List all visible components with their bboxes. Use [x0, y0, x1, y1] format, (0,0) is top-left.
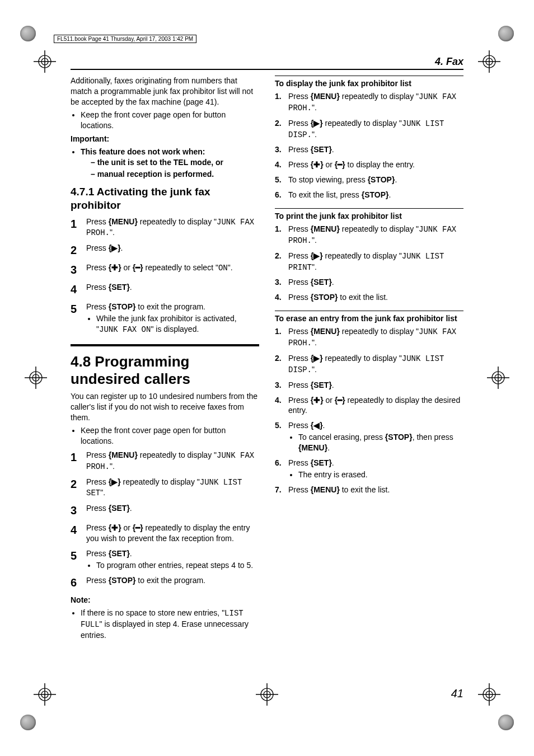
plus-button: ✚ — [311, 160, 324, 169]
heading-471: 4.7.1 Activating the junk fax prohibitor — [71, 185, 259, 212]
corner-ornament — [498, 715, 514, 730]
steps-471: 1Press MENU repeatedly to display "JUNK … — [71, 217, 259, 335]
set-button: SET — [311, 145, 332, 154]
list-item: Keep the front cover page open for butto… — [81, 425, 259, 447]
subhead-display-list: To display the junk fax prohibitor list — [275, 78, 463, 89]
list-item: the unit is set to the TEL mode, or — [91, 157, 259, 168]
corner-ornament — [20, 715, 36, 730]
important-list: This feature does not work when: the uni… — [71, 147, 259, 180]
list-item: manual reception is performed. — [91, 169, 259, 180]
page-number: 41 — [71, 676, 463, 700]
step: 1Press MENU repeatedly to display "JUNK … — [71, 450, 259, 472]
step: 1.Press MENU repeatedly to display "JUNK… — [275, 224, 463, 246]
plus-button: ✚ — [109, 263, 121, 272]
step: 4.Press ✚ or ━ repeatedly to display the… — [275, 395, 463, 416]
corner-ornament — [20, 26, 36, 41]
list-item: The entry is erased. — [298, 469, 463, 480]
stop-button: STOP — [385, 433, 413, 442]
step: 6Press STOP to exit the program. — [71, 575, 259, 590]
content-area: 4. Fax Additionally, faxes originating f… — [71, 56, 463, 700]
corner-ornament — [498, 26, 514, 41]
list-item: To cancel erasing, press STOP, then pres… — [298, 432, 463, 453]
stop-button: STOP — [109, 302, 136, 311]
menu-button: MENU — [109, 217, 138, 226]
step: 2.Press ▶ repeatedly to display "JUNK LI… — [275, 251, 463, 273]
step: 2Press ▶ repeatedly to display "JUNK LIS… — [71, 477, 259, 499]
minus-button: ━ — [335, 160, 345, 169]
list-item: While the junk fax prohibitor is activat… — [96, 313, 259, 335]
note-label: Note: — [71, 595, 259, 605]
right-arrow-button: ▶ — [109, 477, 121, 486]
menu-button: MENU — [298, 443, 327, 452]
right-arrow-button: ▶ — [311, 251, 323, 260]
step: 4Press SET. — [71, 282, 259, 297]
step: 5.To stop viewing, press STOP. — [275, 175, 463, 185]
right-column: To display the junk fax prohibitor list … — [275, 76, 463, 644]
minus-button: ━ — [133, 263, 143, 272]
set-button: SET — [311, 458, 332, 467]
minus-button: ━ — [335, 396, 345, 405]
crop-mark-icon — [34, 683, 56, 706]
menu-button: MENU — [311, 327, 340, 336]
page: FL511.book Page 41 Thursday, April 17, 2… — [0, 0, 534, 756]
right-arrow-button: ▶ — [109, 243, 121, 252]
subhead-print-list: To print the junk fax prohibitor list — [275, 211, 463, 222]
steps-48: 1Press MENU repeatedly to display "JUNK … — [71, 450, 259, 590]
body-text: You can register up to 10 undesired numb… — [71, 391, 259, 423]
step: 2.Press ▶ repeatedly to display "JUNK LI… — [275, 118, 463, 140]
section-divider — [71, 344, 259, 346]
step: 4.Press STOP to exit the list. — [275, 292, 463, 303]
step: 1Press MENU repeatedly to display "JUNK … — [71, 217, 259, 239]
crop-mark-icon — [478, 683, 500, 706]
step: 2.Press ▶ repeatedly to display "JUNK LI… — [275, 353, 463, 375]
step: 4Press ✚ or ━ repeatedly to display the … — [71, 523, 259, 544]
step: 7.Press MENU to exit the list. — [275, 485, 463, 495]
step: 3Press ✚ or ━ repeatedly to select "ON". — [71, 262, 259, 278]
intro-text: Additionally, faxes originating from num… — [71, 76, 259, 107]
step: 6.Press SET. The entry is erased. — [275, 458, 463, 480]
step: 3.Press SET. — [275, 380, 463, 391]
right-arrow-button: ▶ — [311, 354, 323, 363]
crop-mark-icon — [34, 50, 56, 73]
steps-print: 1.Press MENU repeatedly to display "JUNK… — [275, 224, 463, 303]
step: 1.Press MENU repeatedly to display "JUNK… — [275, 326, 463, 349]
step: 3.Press SET. — [275, 277, 463, 288]
print-header: FL511.book Page 41 Thursday, April 17, 2… — [54, 35, 196, 43]
step: 3.Press SET. — [275, 144, 463, 155]
step: 1.Press MENU repeatedly to display "JUNK… — [275, 91, 463, 114]
left-column: Additionally, faxes originating from num… — [71, 76, 259, 644]
step: 4.Press ✚ or ━ to display the entry. — [275, 159, 463, 170]
set-button: SET — [311, 278, 332, 287]
divider — [275, 76, 463, 76]
step: 3Press SET. — [71, 503, 259, 518]
plus-button: ✚ — [311, 396, 324, 405]
divider — [275, 208, 463, 209]
stop-button: STOP — [368, 175, 395, 184]
list-item: Keep the front cover page open for butto… — [81, 110, 259, 131]
set-button: SET — [311, 381, 332, 389]
list-item: This feature does not work when: the uni… — [81, 147, 259, 180]
step: 6.To exit the list, press STOP. — [275, 190, 463, 200]
left-arrow-button: ◀ — [311, 421, 323, 430]
menu-button: MENU — [311, 92, 340, 101]
set-button: SET — [109, 549, 130, 558]
minus-button: ━ — [133, 523, 143, 532]
crop-mark-icon — [478, 50, 500, 73]
menu-button: MENU — [109, 450, 138, 459]
divider — [275, 311, 463, 311]
stop-button: STOP — [109, 576, 136, 585]
step: 5Press STOP to exit the program. While t… — [71, 302, 259, 335]
sub-list: the unit is set to the TEL mode, or manu… — [81, 157, 259, 180]
menu-button: MENU — [311, 485, 340, 494]
list-item: To program other entries, repeat steps 4… — [96, 560, 259, 571]
right-arrow-button: ▶ — [311, 119, 323, 128]
columns: Additionally, faxes originating from num… — [71, 76, 463, 644]
set-button: SET — [109, 504, 130, 513]
intro-bullet-list: Keep the front cover page open for butto… — [71, 110, 259, 131]
list-item: If there is no space to store new entrie… — [81, 608, 259, 641]
plus-button: ✚ — [109, 523, 121, 532]
step: 2Press ▶. — [71, 243, 259, 258]
heading-48: 4.8 Programming undesired callers — [71, 353, 259, 388]
note-list: If there is no space to store new entrie… — [71, 608, 259, 641]
steps-display: 1.Press MENU repeatedly to display "JUNK… — [275, 91, 463, 200]
